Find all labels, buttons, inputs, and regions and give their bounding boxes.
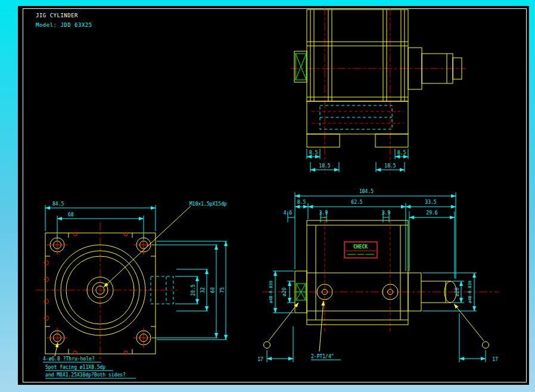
dim-bolt-pitch-v: 60 xyxy=(210,287,216,293)
port-label: 2-PT1/4" xyxy=(311,354,334,359)
cad-canvas[interactable]: JIG CYLINDER Model: JDD 63X25 xyxy=(0,0,535,392)
dim-top-right-offset: 8.5 xyxy=(397,150,406,155)
dia-rod-right: ø20 xyxy=(455,288,460,297)
dim-cushion-left: 4.6 xyxy=(284,210,293,216)
dim-port-left: 3.9 xyxy=(319,210,328,216)
note-spot-facing: Spot facing ø11X8.5dp xyxy=(45,365,105,370)
dia-boss-left: ø40-0.039 xyxy=(269,281,273,303)
dim-cushion-pos-left: 17 xyxy=(257,357,263,362)
dim-top-left-pitch: 18.5 xyxy=(319,163,330,169)
dia-rod-left: ø20 xyxy=(282,288,287,297)
note-thru-hole: 4-ø6.8 ?Thru-hole? xyxy=(43,356,95,362)
dim-top-right-pitch: 18.5 xyxy=(384,163,396,169)
model-label: Model: JDD 63X25 xyxy=(36,22,92,28)
dim-rod-side: 33.5 xyxy=(425,200,436,205)
dim-overall-width: 84.5 xyxy=(52,201,64,207)
dim-port-width: 32 xyxy=(200,287,206,293)
dim-cushion-pos-right: 17 xyxy=(492,357,498,362)
dim-rod-length: 29.6 xyxy=(426,210,437,216)
dim-overall-height: 75 xyxy=(220,287,225,293)
stamp-text: CHECK xyxy=(353,244,368,250)
dia-boss-right: ø40-0.039 xyxy=(468,281,472,303)
drawing-title: JIG CYLINDER xyxy=(36,13,78,18)
dim-overall-length: 104.5 xyxy=(359,189,374,194)
dim-top-left-offset: 8.5 xyxy=(309,150,318,155)
dim-bolt-pitch-h: 60 xyxy=(68,212,74,217)
thread-label: M10x1.5pX15dp xyxy=(189,201,227,207)
dim-body-length: 62.5 xyxy=(351,200,362,205)
cad-window: JIG CYLINDER Model: JDD 63X25 xyxy=(0,0,535,392)
dim-head-offset: 8.5 xyxy=(297,200,306,205)
note-thread-both-sides: and M8X1.25X10dp?Both sides? xyxy=(45,372,126,378)
dim-port-depth: 20.5 xyxy=(191,284,196,295)
dim-port-right: 3.9 xyxy=(382,210,391,216)
